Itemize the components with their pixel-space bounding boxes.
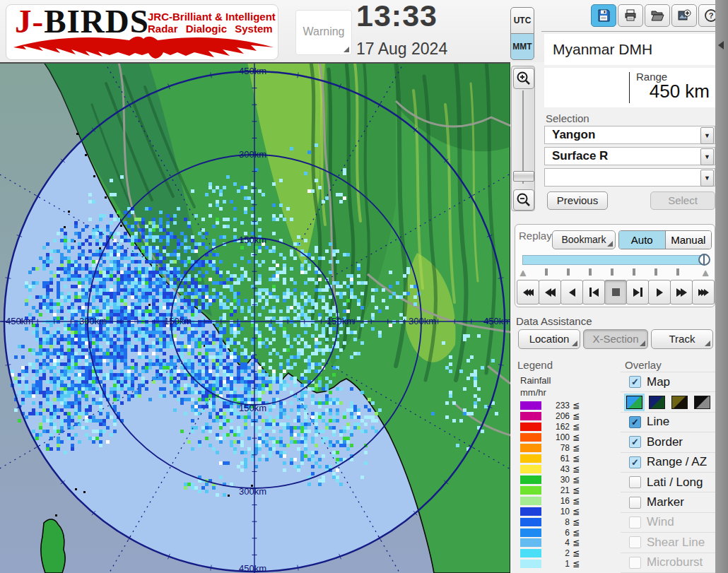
playback-play-reverse-button[interactable] xyxy=(560,280,583,305)
overlay-checkbox[interactable]: ✓ xyxy=(629,416,641,428)
previous-button[interactable]: Previous xyxy=(547,191,608,210)
legend-row: 21≦ xyxy=(520,485,612,495)
playback-step-back-button[interactable] xyxy=(582,280,605,305)
legend-row: 43≦ xyxy=(520,464,612,475)
selection-dropdown-extra[interactable]: ▼ xyxy=(544,168,715,187)
playback-stop-button[interactable] xyxy=(604,280,627,305)
legend-unit-line2: mm/hr xyxy=(520,386,612,398)
range-ring-label: 300km xyxy=(239,149,266,160)
overlay-row-line: ✓Line xyxy=(621,413,715,432)
map-style-swatch[interactable] xyxy=(649,396,665,409)
auto-button[interactable]: Auto xyxy=(619,231,666,249)
select-button[interactable]: Select xyxy=(650,191,715,210)
range-ring-label: 450km xyxy=(6,316,33,326)
legend-operator: ≦ xyxy=(573,496,580,506)
overlay-label: Overlay xyxy=(625,359,662,371)
legend-value: 8 xyxy=(546,517,570,527)
overlay-checkbox[interactable] xyxy=(629,497,641,509)
playback-play-button[interactable] xyxy=(648,280,671,305)
save-button[interactable] xyxy=(591,4,616,27)
range-ring-label: 300km xyxy=(239,486,266,497)
legend-rows: 233≦206≦162≦100≦78≦61≦43≦30≦21≦16≦10≦8≦6… xyxy=(520,401,612,569)
legend-row: 30≦ xyxy=(520,474,612,485)
range-ring-label: 450km xyxy=(239,563,266,573)
overlay-checkbox xyxy=(629,516,641,528)
magnifier-plus-icon xyxy=(516,71,532,86)
replay-tick xyxy=(654,268,657,276)
legend-operator: ≦ xyxy=(573,454,580,463)
selection-dropdown-site[interactable]: Yangon ▼ xyxy=(544,126,715,144)
legend-row: 6≦ xyxy=(520,527,612,538)
warning-button[interactable]: Warning xyxy=(295,10,352,55)
legend-color-swatch xyxy=(520,486,541,495)
collapse-panel-arrow-icon[interactable] xyxy=(718,41,724,49)
zoom-slider-handle[interactable] xyxy=(513,171,534,182)
replay-progress-slider[interactable] xyxy=(522,255,705,265)
legend-row: 61≦ xyxy=(520,454,612,464)
location-button[interactable]: Location xyxy=(518,329,580,349)
overlay-item-label: Wind xyxy=(647,515,674,529)
legend-operator: ≦ xyxy=(573,422,580,432)
map-style-swatch[interactable] xyxy=(671,396,688,409)
slider-handle[interactable] xyxy=(698,254,710,266)
overlay-row-map: ✓Map xyxy=(621,372,715,392)
selection-dropdown-product[interactable]: Surface R ▼ xyxy=(544,147,715,165)
legend-color-swatch xyxy=(520,497,541,505)
map-style-swatch[interactable] xyxy=(694,396,710,409)
x-section-button[interactable]: X-Section xyxy=(583,329,648,349)
range-end-marker[interactable]: ▲ xyxy=(700,267,710,278)
overlay-checkbox[interactable] xyxy=(629,476,641,488)
legend-row: 233≦ xyxy=(520,401,612,411)
playback-fast-rewind-triple-button[interactable] xyxy=(517,280,539,305)
legend-row: 162≦ xyxy=(520,422,612,432)
overlay-checkbox[interactable]: ✓ xyxy=(629,436,641,448)
radar-map[interactable]: 450km300km150km150km300km450km450km300km… xyxy=(0,62,510,573)
jbirds-app: J-BIRDS JRC-Brilliant & Intelligent Rada… xyxy=(0,0,728,573)
overlay-checkbox[interactable]: ✓ xyxy=(629,456,641,468)
eagle-logo-icon xyxy=(12,33,275,59)
playback-fast-rewind-button[interactable] xyxy=(539,280,561,305)
playback-step-forward-button[interactable] xyxy=(626,280,649,305)
chevron-down-icon[interactable]: ▼ xyxy=(700,148,714,165)
zoom-out-button[interactable] xyxy=(513,189,534,211)
station-name: Myanmar DMH xyxy=(544,34,715,65)
replay-label: Replay xyxy=(519,230,552,242)
overlay-checkbox xyxy=(629,536,641,548)
range-ring-label: 300km xyxy=(409,316,436,326)
legend-row: 2≦ xyxy=(520,548,612,559)
chevron-down-icon[interactable]: ▼ xyxy=(700,127,714,144)
playback-fast-forward-triple-button[interactable] xyxy=(692,280,715,305)
bookmark-button[interactable]: Bookmark xyxy=(552,230,616,249)
svg-text:?: ? xyxy=(709,11,714,20)
legend-row: 10≦ xyxy=(520,506,612,516)
track-button[interactable]: Track xyxy=(651,329,713,349)
print-button[interactable] xyxy=(618,4,643,27)
open-folder-button[interactable] xyxy=(645,4,670,27)
manual-button[interactable]: Manual xyxy=(666,231,712,249)
legend-unit-line1: Rainfall xyxy=(520,374,612,386)
legend-operator: ≦ xyxy=(573,548,580,558)
zoom-in-button[interactable] xyxy=(513,68,534,89)
timezone-mmt-button[interactable]: MMT xyxy=(510,33,534,60)
replay-tick xyxy=(589,268,592,276)
legend-value: 100 xyxy=(546,432,570,442)
legend-operator: ≦ xyxy=(573,507,580,516)
add-image-button[interactable] xyxy=(671,4,697,27)
legend-operator: ≦ xyxy=(573,559,580,569)
timezone-utc-button[interactable]: UTC xyxy=(510,7,534,34)
replay-tick xyxy=(545,268,548,276)
range-start-marker[interactable]: ▲ xyxy=(518,267,528,278)
legend-value: 2 xyxy=(546,548,570,558)
playback-fast-forward-button[interactable] xyxy=(670,280,693,305)
legend-color-swatch xyxy=(520,444,541,452)
legend-row: 1≦ xyxy=(520,559,612,569)
legend-panel: Rainfall mm/hr 233≦206≦162≦100≦78≦61≦43≦… xyxy=(520,374,612,569)
panel-divider xyxy=(541,31,715,32)
range-ring-label: 150km xyxy=(327,316,354,326)
overlay-checkbox[interactable]: ✓ xyxy=(629,376,641,388)
legend-value: 233 xyxy=(546,401,570,410)
overlay-row-microburst: Microburst xyxy=(621,553,715,573)
map-style-swatch[interactable] xyxy=(626,396,642,409)
range-ring-label: 150km xyxy=(239,235,266,245)
chevron-down-icon[interactable]: ▼ xyxy=(700,170,714,187)
